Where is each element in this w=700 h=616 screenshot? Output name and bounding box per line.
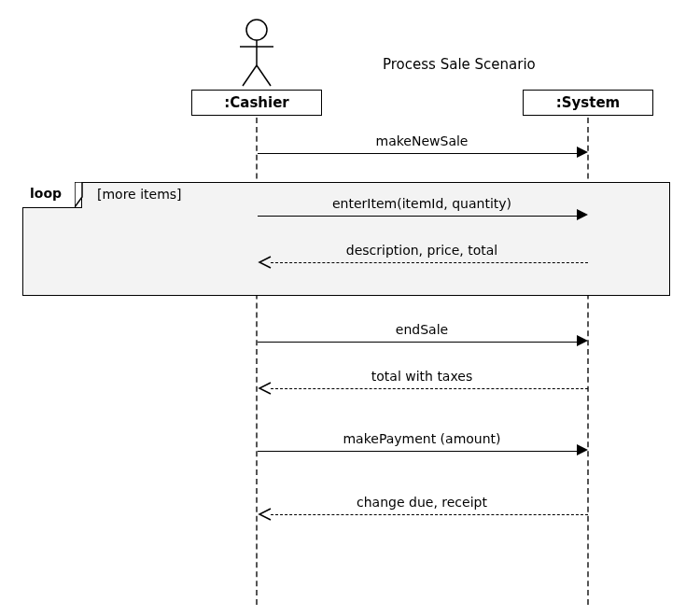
arrow-left-icon bbox=[258, 382, 273, 395]
message-changedue: change due, receipt bbox=[258, 495, 586, 510]
participant-system: :System bbox=[523, 90, 653, 116]
arrow-right-icon bbox=[577, 147, 588, 158]
message-line bbox=[271, 514, 588, 515]
message-makepayment: makePayment (amount) bbox=[258, 431, 586, 446]
loop-label: loop bbox=[30, 186, 62, 201]
svg-line-3 bbox=[243, 65, 257, 86]
message-line bbox=[258, 451, 578, 452]
loop-guard: [more items] bbox=[97, 187, 182, 202]
message-line bbox=[271, 262, 588, 263]
message-line bbox=[271, 388, 588, 389]
loop-label-tab: loop bbox=[22, 182, 82, 208]
loop-tab-corner-icon bbox=[75, 182, 88, 208]
message-totaltaxes: total with taxes bbox=[258, 369, 586, 384]
message-makenewsale: makeNewSale bbox=[258, 133, 586, 148]
arrow-left-icon bbox=[258, 508, 273, 521]
message-line bbox=[258, 153, 578, 154]
participant-cashier: :Cashier bbox=[191, 90, 322, 116]
message-line bbox=[258, 342, 578, 343]
svg-point-0 bbox=[246, 20, 267, 40]
actor-icon bbox=[238, 19, 275, 91]
message-line bbox=[258, 216, 578, 217]
message-description: description, price, total bbox=[258, 243, 586, 258]
arrow-right-icon bbox=[577, 209, 588, 220]
arrow-right-icon bbox=[577, 335, 588, 346]
arrow-left-icon bbox=[258, 256, 273, 269]
sequence-diagram: Process Sale Scenario :Cashier :System l… bbox=[0, 0, 700, 616]
arrow-right-icon bbox=[577, 444, 588, 455]
diagram-title: Process Sale Scenario bbox=[383, 56, 536, 73]
message-enteritem: enterItem(itemId, quantity) bbox=[258, 196, 586, 211]
message-endsale: endSale bbox=[258, 322, 586, 337]
svg-marker-5 bbox=[75, 182, 82, 207]
svg-line-4 bbox=[257, 65, 271, 86]
